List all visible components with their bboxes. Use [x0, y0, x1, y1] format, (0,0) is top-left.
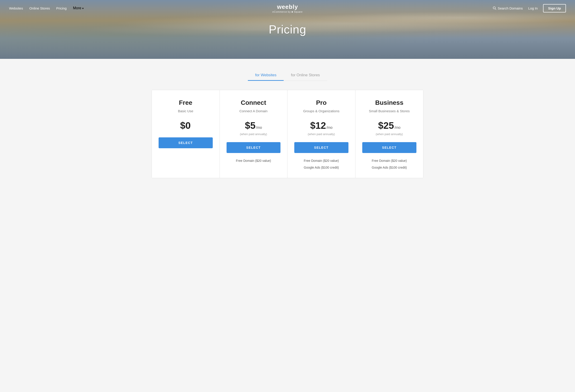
- logo-sub: eCommerce by ■ Square: [272, 10, 302, 13]
- plan-connect-amount: $5: [245, 120, 256, 131]
- nav-left: Websites Online Stores Pricing More: [9, 6, 84, 10]
- plan-business: Business Small Businesses & Stores $25 /…: [356, 90, 423, 178]
- plan-pro-name: Pro: [294, 99, 348, 106]
- list-item: Google Ads ($100 credit): [294, 164, 348, 171]
- pricing-grid: Free Basic Use $0 SELECT Connect Connect…: [152, 90, 423, 178]
- plan-business-select[interactable]: SELECT: [362, 142, 417, 153]
- tab-for-online-stores[interactable]: for Online Stores: [284, 70, 327, 81]
- plan-business-features: Free Domain ($20 value) Google Ads ($100…: [362, 157, 417, 171]
- search-icon: [493, 6, 496, 10]
- logo[interactable]: weebly eCommerce by ■ Square: [272, 3, 302, 13]
- plan-connect-features: Free Domain ($20 value): [227, 157, 281, 164]
- plan-free: Free Basic Use $0 SELECT: [152, 90, 220, 178]
- search-domains-label: Search Domains: [498, 6, 523, 10]
- navbar: Websites Online Stores Pricing More weeb…: [0, 0, 575, 16]
- list-item: Free Domain ($20 value): [362, 157, 417, 164]
- hero-title: Pricing: [269, 23, 306, 36]
- main-content: for Websites for Online Stores Free Basi…: [0, 59, 575, 192]
- plan-business-amount: $25: [378, 120, 394, 131]
- list-item: Free Domain ($20 value): [294, 157, 348, 164]
- plan-business-tagline: Small Businesses & Stores: [362, 109, 417, 113]
- plan-business-price: $25 /mo: [362, 120, 417, 131]
- plan-connect: Connect Connect A Domain $5 /mo (when pa…: [220, 90, 288, 178]
- list-item: Free Domain ($20 value): [227, 157, 281, 164]
- plan-pro-features: Free Domain ($20 value) Google Ads ($100…: [294, 157, 348, 171]
- tab-for-websites[interactable]: for Websites: [248, 70, 284, 81]
- plan-free-select[interactable]: SELECT: [159, 137, 213, 148]
- plan-pro-price: $12 /mo: [294, 120, 348, 131]
- login-link[interactable]: Log In: [528, 6, 538, 10]
- nav-link-websites[interactable]: Websites: [9, 6, 23, 10]
- plan-connect-select[interactable]: SELECT: [227, 142, 281, 153]
- plan-free-price: $0: [159, 120, 213, 131]
- plan-connect-price: $5 /mo: [227, 120, 281, 131]
- pricing-tabs: for Websites for Online Stores: [248, 70, 327, 81]
- plan-connect-tagline: Connect A Domain: [227, 109, 281, 113]
- nav-link-pricing[interactable]: Pricing: [56, 6, 67, 10]
- plan-pro-select[interactable]: SELECT: [294, 142, 348, 153]
- svg-line-1: [495, 9, 496, 10]
- plan-business-suffix: /mo: [394, 126, 401, 130]
- plan-pro-amount: $12: [310, 120, 326, 131]
- plan-business-annual: (when paid annually): [362, 132, 417, 136]
- plan-free-tagline: Basic Use: [159, 109, 213, 113]
- plan-connect-suffix: /mo: [256, 126, 262, 130]
- logo-brand: weebly: [272, 3, 302, 10]
- plan-pro-tagline: Groups & Organizations: [294, 109, 348, 113]
- nav-link-online-stores[interactable]: Online Stores: [29, 6, 50, 10]
- plan-connect-annual: (when paid annually): [227, 132, 281, 136]
- plan-business-name: Business: [362, 99, 417, 106]
- nav-link-more[interactable]: More: [73, 6, 83, 10]
- signup-button[interactable]: Sign Up: [543, 4, 566, 12]
- chevron-down-icon: [82, 6, 84, 10]
- plan-pro-annual: (when paid annually): [294, 132, 348, 136]
- nav-right: Search Domains Log In Sign Up: [493, 4, 566, 12]
- plan-free-name: Free: [159, 99, 213, 106]
- search-domains-button[interactable]: Search Domains: [493, 6, 523, 10]
- plan-connect-name: Connect: [227, 99, 281, 106]
- plan-free-amount: $0: [180, 120, 191, 131]
- plan-pro: Pro Groups & Organizations $12 /mo (when…: [288, 90, 356, 178]
- plan-pro-suffix: /mo: [326, 126, 333, 130]
- list-item: Google Ads ($100 credit): [362, 164, 417, 171]
